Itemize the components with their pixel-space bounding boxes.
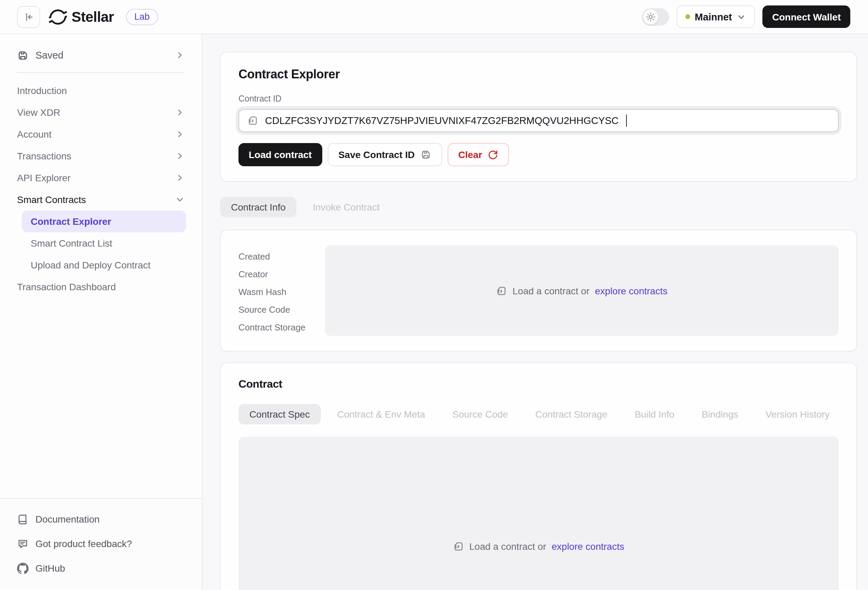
contract-icon bbox=[496, 285, 507, 296]
page-title: Contract Explorer bbox=[238, 68, 839, 82]
contract-id-input[interactable]: CDLZFC3SYJYDZT7K67VZ75HPJVIEUVNIXF47ZG2F… bbox=[238, 109, 839, 132]
sidebar-item-documentation[interactable]: Documentation bbox=[0, 507, 202, 531]
sidebar-item-label: Transactions bbox=[17, 150, 71, 161]
sidebar-item-account[interactable]: Account bbox=[0, 123, 202, 145]
clear-button[interactable]: Clear bbox=[447, 143, 509, 166]
explorer-actions: Load contract Save Contract ID Clear bbox=[238, 143, 839, 166]
empty-state-message: Load a contract or explore contracts bbox=[453, 541, 624, 552]
sidebar-item-feedback[interactable]: Got product feedback? bbox=[0, 531, 202, 556]
sidebar-item-api-explorer[interactable]: API Explorer bbox=[0, 167, 202, 189]
network-label: Mainnet bbox=[695, 11, 732, 22]
connect-wallet-button[interactable]: Connect Wallet bbox=[763, 6, 850, 28]
sidebar-item-label: Smart Contract List bbox=[31, 238, 112, 249]
sidebar-item-upload-deploy-contract[interactable]: Upload and Deploy Contract bbox=[0, 254, 202, 276]
top-bar: Stellar Lab Mainnet bbox=[0, 0, 868, 34]
sidebar-item-label: Documentation bbox=[35, 514, 99, 525]
main-content: Contract Explorer Contract ID CDLZFC3SYJ… bbox=[202, 34, 868, 590]
top-bar-right: Mainnet Connect Wallet bbox=[641, 6, 850, 28]
contract-empty-panel: Load a contract or explore contracts bbox=[238, 437, 839, 590]
tab-version-history[interactable]: Version History bbox=[754, 404, 840, 425]
tab-bindings[interactable]: Bindings bbox=[691, 404, 749, 425]
sidebar-item-transaction-dashboard[interactable]: Transaction Dashboard bbox=[0, 276, 202, 298]
chevron-right-icon bbox=[175, 151, 185, 161]
tab-source-code[interactable]: Source Code bbox=[441, 404, 519, 425]
network-selector[interactable]: Mainnet bbox=[676, 6, 755, 28]
sidebar-item-label: Saved bbox=[35, 50, 63, 60]
contract-section-title: Contract bbox=[238, 378, 839, 390]
empty-state-text: Load a contract or bbox=[513, 285, 590, 296]
theme-toggle[interactable] bbox=[641, 8, 669, 25]
sidebar-item-label: Transaction Dashboard bbox=[17, 282, 116, 292]
save-icon bbox=[420, 149, 431, 160]
network-status-dot bbox=[685, 14, 690, 19]
contract-explorer-card: Contract Explorer Contract ID CDLZFC3SYJ… bbox=[220, 52, 857, 182]
explore-contracts-link[interactable]: explore contracts bbox=[595, 285, 667, 296]
tab-contract-env-meta[interactable]: Contract & Env Meta bbox=[326, 404, 436, 425]
sidebar-item-label: Account bbox=[17, 129, 52, 140]
sidebar-item-view-xdr[interactable]: View XDR bbox=[0, 102, 202, 123]
sidebar-item-label: GitHub bbox=[35, 563, 65, 574]
chevron-right-icon bbox=[175, 173, 185, 183]
chevron-down-icon bbox=[737, 12, 746, 21]
sidebar-item-smart-contract-list[interactable]: Smart Contract List bbox=[0, 232, 202, 254]
empty-state-message: Load a contract or explore contracts bbox=[496, 285, 668, 296]
collapse-sidebar-button[interactable] bbox=[17, 6, 40, 28]
save-contract-id-button[interactable]: Save Contract ID bbox=[328, 143, 442, 166]
field-label-wasm-hash: Wasm Hash bbox=[238, 283, 325, 301]
sidebar-item-label: Introduction bbox=[17, 85, 67, 96]
empty-state-text: Load a contract or bbox=[469, 541, 546, 552]
contract-info-labels: Created Creator Wasm Hash Source Code Co… bbox=[238, 245, 325, 336]
book-icon bbox=[17, 513, 29, 525]
sidebar-item-label: API Explorer bbox=[17, 173, 71, 183]
sidebar-item-saved[interactable]: Saved bbox=[0, 44, 202, 67]
contract-icon bbox=[453, 541, 464, 552]
tab-invoke-contract[interactable]: Invoke Contract bbox=[302, 197, 390, 217]
tab-contract-spec[interactable]: Contract Spec bbox=[238, 404, 320, 425]
sidebar: Saved Introduction View XDR Account bbox=[0, 34, 202, 590]
stellar-lab-app: Stellar Lab Mainnet bbox=[0, 0, 868, 590]
github-icon bbox=[17, 562, 29, 574]
field-label-source-code: Source Code bbox=[238, 301, 325, 318]
field-label-contract-storage: Contract Storage bbox=[238, 318, 325, 336]
contract-mode-tabs: Contract Info Invoke Contract bbox=[220, 197, 857, 217]
sidebar-item-contract-explorer[interactable]: Contract Explorer bbox=[22, 211, 186, 232]
sidebar-item-label: View XDR bbox=[17, 107, 60, 118]
load-contract-label: Load contract bbox=[249, 149, 312, 160]
tab-contract-info[interactable]: Contract Info bbox=[220, 197, 297, 217]
contract-info-card: Created Creator Wasm Hash Source Code Co… bbox=[220, 230, 857, 351]
brand-text: Stellar bbox=[72, 9, 114, 25]
contract-detail-tabs: Contract Spec Contract & Env Meta Source… bbox=[238, 404, 839, 425]
contract-id-value: CDLZFC3SYJYDZT7K67VZ75HPJVIEUVNIXF47ZG2F… bbox=[265, 115, 619, 126]
contract-icon bbox=[247, 115, 258, 126]
chevron-right-icon bbox=[175, 50, 185, 60]
sidebar-divider bbox=[17, 72, 185, 73]
content-shell: Saved Introduction View XDR Account bbox=[0, 34, 868, 590]
save-icon bbox=[17, 49, 29, 61]
stellar-logo[interactable]: Stellar bbox=[49, 7, 114, 26]
tab-contract-storage[interactable]: Contract Storage bbox=[524, 404, 618, 425]
field-label-created: Created bbox=[238, 247, 325, 265]
chevron-down-icon bbox=[175, 195, 185, 204]
load-contract-button[interactable]: Load contract bbox=[238, 143, 322, 166]
tab-build-info[interactable]: Build Info bbox=[624, 404, 685, 425]
sidebar-item-label: Upload and Deploy Contract bbox=[31, 260, 151, 270]
contract-id-label: Contract ID bbox=[238, 94, 839, 103]
collapse-sidebar-icon bbox=[23, 11, 34, 22]
field-label-creator: Creator bbox=[238, 265, 325, 283]
contract-card: Contract Contract Spec Contract & Env Me… bbox=[220, 363, 857, 590]
sidebar-item-github[interactable]: GitHub bbox=[0, 556, 202, 580]
sidebar-item-transactions[interactable]: Transactions bbox=[0, 145, 202, 167]
sun-icon bbox=[645, 12, 655, 21]
lab-badge: Lab bbox=[126, 9, 158, 25]
chevron-right-icon bbox=[175, 108, 185, 117]
theme-knob bbox=[643, 9, 658, 24]
sidebar-item-label: Smart Contracts bbox=[17, 194, 86, 205]
feedback-icon bbox=[17, 538, 29, 549]
sidebar-item-smart-contracts[interactable]: Smart Contracts bbox=[0, 189, 202, 211]
explore-contracts-link[interactable]: explore contracts bbox=[552, 541, 624, 552]
sidebar-item-label: Contract Explorer bbox=[31, 216, 111, 227]
contract-info-empty-panel: Load a contract or explore contracts bbox=[325, 245, 839, 336]
top-bar-left: Stellar Lab bbox=[17, 6, 158, 28]
sidebar-item-introduction[interactable]: Introduction bbox=[0, 80, 202, 102]
save-contract-id-label: Save Contract ID bbox=[338, 149, 415, 160]
